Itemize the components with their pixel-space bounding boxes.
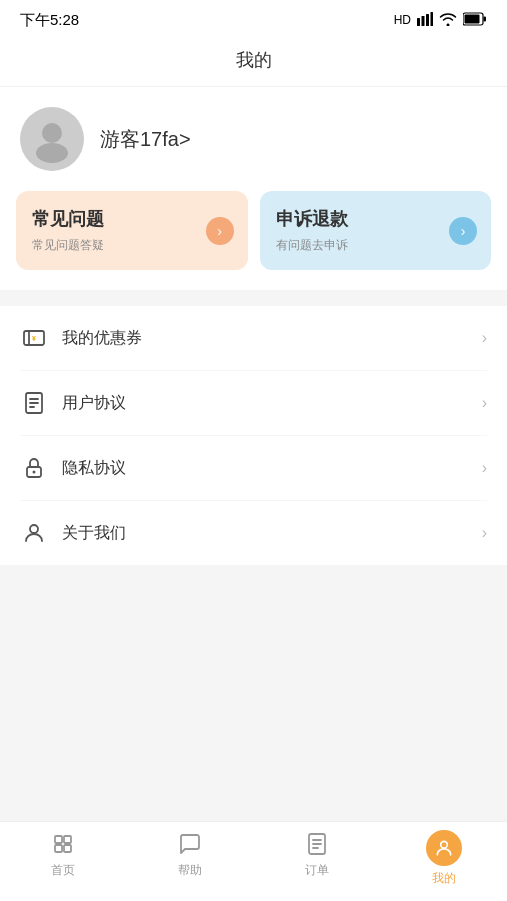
refund-card-subtitle: 有问题去申诉 (276, 237, 476, 254)
menu-section: ¥ 我的优惠券 › 用户协议 › 隐私协议 › (0, 306, 507, 565)
svg-point-8 (36, 143, 68, 163)
svg-rect-20 (64, 836, 71, 843)
refund-card[interactable]: 申诉退款 有问题去申诉 › (260, 191, 492, 270)
help-nav-label: 帮助 (178, 862, 202, 879)
svg-rect-1 (422, 16, 425, 26)
nav-item-mine[interactable]: 我的 (380, 830, 507, 887)
privacy-icon (20, 454, 48, 482)
menu-item-coupon[interactable]: ¥ 我的优惠券 › (20, 306, 487, 371)
about-icon (20, 519, 48, 547)
svg-rect-5 (465, 14, 480, 23)
faq-card-arrow: › (206, 217, 234, 245)
privacy-chevron: › (482, 459, 487, 477)
privacy-label: 隐私协议 (62, 458, 482, 479)
faq-card[interactable]: 常见问题 常见问题答疑 › (16, 191, 248, 270)
svg-rect-18 (55, 836, 62, 843)
menu-item-agreement[interactable]: 用户协议 › (20, 371, 487, 436)
svg-point-26 (440, 841, 447, 848)
username: 游客17fa> (100, 126, 191, 153)
menu-item-about[interactable]: 关于我们 › (20, 501, 487, 565)
nav-item-home[interactable]: 首页 (0, 830, 127, 879)
refund-card-title: 申诉退款 (276, 207, 476, 231)
content-spacer (0, 565, 507, 745)
status-time: 下午5:28 (20, 11, 79, 30)
svg-text:¥: ¥ (32, 335, 36, 342)
svg-point-7 (42, 123, 62, 143)
order-icon (303, 830, 331, 858)
avatar (20, 107, 84, 171)
agreement-label: 用户协议 (62, 393, 482, 414)
svg-point-16 (33, 471, 36, 474)
status-bar: 下午5:28 HD (0, 0, 507, 36)
mine-nav-label: 我的 (432, 870, 456, 887)
faq-card-subtitle: 常见问题答疑 (32, 237, 232, 254)
cards-section: 常见问题 常见问题答疑 › 申诉退款 有问题去申诉 › (0, 191, 507, 290)
coupon-icon: ¥ (20, 324, 48, 352)
nav-item-order[interactable]: 订单 (254, 830, 381, 879)
agreement-icon (20, 389, 48, 417)
page-title: 我的 (236, 50, 272, 70)
order-nav-label: 订单 (305, 862, 329, 879)
signal-icon (417, 12, 433, 29)
mine-icon-active (426, 830, 462, 866)
svg-rect-21 (64, 845, 71, 852)
svg-rect-0 (417, 18, 420, 26)
page-title-bar: 我的 (0, 36, 507, 87)
refund-card-arrow: › (449, 217, 477, 245)
main-content: 游客17fa> 常见问题 常见问题答疑 › 申诉退款 有问题去申诉 › (0, 87, 507, 290)
agreement-chevron: › (482, 394, 487, 412)
menu-item-privacy[interactable]: 隐私协议 › (20, 436, 487, 501)
about-label: 关于我们 (62, 523, 482, 544)
bottom-nav: 首页 帮助 订单 我的 (0, 821, 507, 901)
coupon-chevron: › (482, 329, 487, 347)
hd-badge: HD (394, 13, 411, 27)
home-nav-label: 首页 (51, 862, 75, 879)
faq-card-title: 常见问题 (32, 207, 232, 231)
nav-item-help[interactable]: 帮助 (127, 830, 254, 879)
section-divider (0, 298, 507, 306)
svg-rect-6 (484, 16, 487, 21)
home-icon (49, 830, 77, 858)
wifi-icon (439, 12, 457, 29)
svg-rect-19 (55, 845, 62, 852)
svg-rect-2 (426, 14, 429, 26)
svg-rect-3 (431, 12, 434, 26)
svg-point-17 (30, 525, 38, 533)
status-icons: HD (394, 12, 487, 29)
about-chevron: › (482, 524, 487, 542)
coupon-label: 我的优惠券 (62, 328, 482, 349)
battery-icon (463, 12, 487, 29)
help-icon (176, 830, 204, 858)
profile-section[interactable]: 游客17fa> (0, 87, 507, 191)
